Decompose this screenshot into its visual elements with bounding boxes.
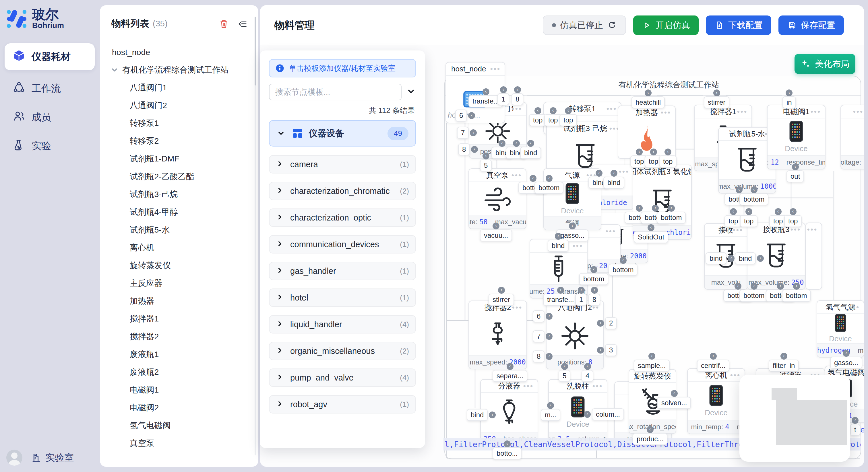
sidebar-item-2[interactable]: 成员 xyxy=(0,103,99,132)
port-handle-icon[interactable]: ‹ xyxy=(546,313,553,320)
tree-item[interactable]: 电磁阀2 xyxy=(100,399,258,417)
port-handle-icon[interactable]: ‹ xyxy=(584,411,591,418)
node-menu-icon[interactable]: ••• xyxy=(677,167,687,176)
beautify-layout-button[interactable]: 美化布局 xyxy=(795,54,856,74)
port-chip-bottom[interactable]: bottom‹ xyxy=(609,264,638,276)
port-handle-icon[interactable]: ‹ xyxy=(713,90,720,96)
port-handle-icon[interactable]: ‹ xyxy=(591,287,598,294)
port-handle-icon[interactable]: ‹ xyxy=(597,347,604,353)
port-handle-icon[interactable]: ‹ xyxy=(504,440,510,447)
port-chip-8[interactable]: 8‹ xyxy=(458,143,470,156)
category-item-communication_devices[interactable]: communication_devices(1) xyxy=(269,235,416,254)
port-handle-icon[interactable]: ‹ xyxy=(671,390,678,397)
port-handle-icon[interactable]: ‹ xyxy=(780,353,787,360)
port-chip-stirrer[interactable]: stirrer‹ xyxy=(704,96,730,108)
port-handle-icon[interactable]: ‹ xyxy=(534,107,541,114)
node-menu-icon[interactable]: ••• xyxy=(853,368,863,377)
tree-item[interactable]: 试剂瓶4-甲醇 xyxy=(100,203,258,221)
tree-item[interactable]: 转移泵2 xyxy=(100,132,258,150)
port-handle-icon[interactable]: ‹ xyxy=(514,86,521,93)
port-chip-bind[interactable]: bind‹ xyxy=(548,240,569,252)
node-menu-icon[interactable]: ••• xyxy=(737,107,747,116)
port-handle-icon[interactable]: ‹ xyxy=(652,205,659,212)
port-handle-icon[interactable]: ‹ xyxy=(668,205,675,212)
port-chip-7[interactable]: 7‹ xyxy=(533,330,545,342)
tree-item[interactable]: 主反应器 xyxy=(100,274,258,292)
search-input[interactable] xyxy=(269,84,402,100)
port-chip-top[interactable]: top‹ xyxy=(659,156,677,167)
tree-item[interactable]: 试剂瓶2-乙酸乙酯 xyxy=(100,168,258,186)
port-chip-stirrer[interactable]: stirrer‹ xyxy=(489,294,514,306)
port-handle-icon[interactable]: ‹ xyxy=(584,363,591,370)
port-handle-icon[interactable]: ‹ xyxy=(843,350,849,357)
port-chip-2[interactable]: 2‹ xyxy=(605,317,617,329)
port-chip-6[interactable]: 6‹ xyxy=(533,310,545,322)
category-item-liquid_handler[interactable]: liquid_handler(4) xyxy=(269,315,416,334)
port-chip-bind[interactable]: bind‹ xyxy=(467,409,488,421)
sidebar-item-0[interactable]: 仪器耗材 xyxy=(5,43,95,70)
user-avatar[interactable] xyxy=(6,450,22,466)
port-handle-icon[interactable]: ‹ xyxy=(596,170,602,177)
port-chip-filter_in[interactable]: filter_in‹ xyxy=(769,360,799,372)
port-chip-in[interactable]: in‹ xyxy=(782,96,796,108)
port-handle-icon[interactable]: ‹ xyxy=(557,287,564,294)
port-handle-icon[interactable]: ‹ xyxy=(550,107,557,114)
tree-item[interactable]: 试剂瓶5-水 xyxy=(100,221,258,239)
port-chip-transfe[interactable]: transfe...‹ xyxy=(543,294,578,306)
port-chip-vacuu[interactable]: vacuu...‹ xyxy=(480,229,512,241)
category-item-organic_miscellaneous[interactable]: organic_miscellaneous(2) xyxy=(269,342,416,360)
port-chip-separa[interactable]: separa...‹ xyxy=(493,370,527,382)
port-handle-icon[interactable]: ‹ xyxy=(565,107,572,114)
port-handle-icon[interactable]: ‹ xyxy=(793,283,800,290)
tree-item[interactable]: 八通阀门1 xyxy=(100,79,258,97)
port-handle-icon[interactable]: ‹ xyxy=(777,283,784,290)
port-chip-bottom[interactable]: bottom‹ xyxy=(534,182,563,194)
port-handle-icon[interactable]: ‹ xyxy=(636,205,643,212)
tree-item[interactable]: 真空泵 xyxy=(100,434,258,452)
tree-group-workstation[interactable]: 有机化学流程综合测试工作站 xyxy=(100,61,258,79)
collapse-panel-icon[interactable] xyxy=(237,18,249,30)
category-item-characterization_optic[interactable]: characterization_optic(1) xyxy=(269,208,416,227)
port-chip-bottom[interactable]: bottom‹ xyxy=(657,212,686,224)
port-chip-bind[interactable]: bind‹ xyxy=(735,252,756,264)
port-chip-bottom[interactable]: bottom‹ xyxy=(739,290,768,302)
graph-node-电磁阀1[interactable]: 电磁阀1•••Devicevoltage: 12response_time: 0… xyxy=(767,105,826,169)
node-menu-icon[interactable]: ••• xyxy=(661,108,671,117)
port-chip-botto[interactable]: botto...‹ xyxy=(493,447,522,460)
port-chip-bind[interactable]: bind‹ xyxy=(706,252,726,264)
port-handle-icon[interactable]: ‹ xyxy=(546,333,553,340)
panel-collapse-icon[interactable] xyxy=(406,87,416,98)
graph-node-固体试剂瓶3-氯化镁[interactable]: 固体试剂瓶3-氯化镁•••agent: magnesium_chlorideph… xyxy=(632,165,692,240)
port-chip-1[interactable]: 1‹ xyxy=(497,93,509,105)
category-item-pump_and_valve[interactable]: pump_and_valve(4) xyxy=(269,369,416,387)
port-handle-icon[interactable]: ‹ xyxy=(468,112,475,119)
port-handle-icon[interactable]: ‹ xyxy=(775,208,782,215)
port-handle-icon[interactable]: ‹ xyxy=(648,353,655,360)
port-handle-icon[interactable]: ‹ xyxy=(735,283,741,290)
port-handle-icon[interactable]: ‹ xyxy=(745,208,752,215)
port-handle-icon[interactable]: ‹ xyxy=(483,153,489,160)
port-chip-1[interactable]: 1‹ xyxy=(575,294,587,306)
port-handle-icon[interactable]: ‹ xyxy=(507,363,514,370)
port-handle-icon[interactable]: ‹ xyxy=(636,148,643,156)
port-handle-icon[interactable]: ‹ xyxy=(483,88,489,95)
refresh-icon[interactable] xyxy=(607,20,617,30)
node-menu-icon[interactable]: ••• xyxy=(619,167,629,176)
node-menu-icon[interactable]: ••• xyxy=(661,372,672,380)
tree-item[interactable]: 搅拌器1 xyxy=(100,310,258,328)
delete-icon[interactable] xyxy=(218,18,229,30)
port-chip-3[interactable]: 3‹ xyxy=(605,344,617,356)
port-handle-icon[interactable]: ‹ xyxy=(547,402,554,409)
tree-item[interactable]: 废液瓶1 xyxy=(100,345,258,363)
node-menu-icon[interactable]: ••• xyxy=(853,107,863,116)
tree-item[interactable]: 八通阀门2 xyxy=(100,97,258,114)
port-handle-icon[interactable]: ‹ xyxy=(470,129,477,136)
port-handle-icon[interactable]: ‹ xyxy=(500,86,507,93)
port-chip-bottom[interactable]: bottom‹ xyxy=(782,290,811,302)
port-chip-8[interactable]: 8‹ xyxy=(588,294,600,306)
port-handle-icon[interactable]: ‹ xyxy=(751,283,757,290)
graph-node-unnamed[interactable]: •••voltage: 12 xyxy=(840,105,864,169)
node-menu-icon[interactable]: ••• xyxy=(606,227,616,236)
port-handle-icon[interactable]: ‹ xyxy=(489,411,496,418)
port-chip-sample[interactable]: sample...‹ xyxy=(634,360,670,372)
